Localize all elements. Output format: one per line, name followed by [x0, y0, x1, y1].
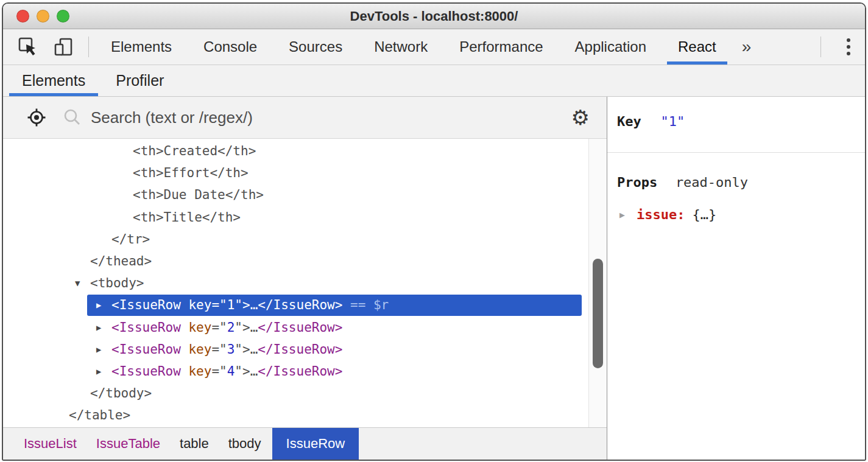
- props-section: Props read-only ▶ issue: {…}: [607, 153, 865, 222]
- row-issuerow-4[interactable]: ▶<IssueRow key="4">…</IssueRow>: [3, 360, 607, 382]
- component-tree-panel: ⚙ <th>Created</th><th>Effort</th><th>Due…: [3, 97, 607, 460]
- tab-sources[interactable]: Sources: [273, 29, 358, 65]
- row-th-created[interactable]: <th>Created</th>: [3, 140, 607, 162]
- scrollbar-thumb[interactable]: [593, 259, 603, 368]
- key-label: Key: [617, 114, 641, 129]
- prop-row-issue[interactable]: ▶ issue: {…}: [617, 207, 865, 222]
- tab-elements[interactable]: Elements: [95, 29, 188, 65]
- crumb-issuelist[interactable]: IssueList: [14, 428, 86, 460]
- expand-node-icon[interactable]: ▶: [96, 345, 111, 354]
- window-title: DevTools - localhost:8000/: [350, 9, 518, 24]
- inspect-element-icon[interactable]: [18, 37, 38, 57]
- tab-react[interactable]: React: [662, 29, 732, 65]
- select-element-icon[interactable]: [26, 107, 47, 128]
- tab-network[interactable]: Network: [358, 29, 443, 65]
- panel-tab-bar: ElementsConsoleSourcesNetworkPerformance…: [95, 29, 732, 65]
- row-issuerow-2[interactable]: ▶<IssueRow key="2">…</IssueRow>: [3, 317, 607, 338]
- traffic-lights: [16, 4, 69, 29]
- key-value: "1": [660, 114, 685, 129]
- row-tbody-open[interactable]: ▼<tbody>: [3, 272, 607, 294]
- toolbar-separator: [88, 37, 89, 57]
- expand-node-icon[interactable]: ▶: [96, 300, 111, 310]
- crumb-issuetable[interactable]: IssueTable: [86, 428, 170, 460]
- row-th-effort[interactable]: <th>Effort</th>: [3, 162, 607, 184]
- expand-node-icon[interactable]: ▶: [96, 323, 111, 332]
- search-input[interactable]: [91, 108, 571, 127]
- props-label: Props: [617, 175, 657, 190]
- zoom-window-button[interactable]: [57, 10, 69, 23]
- breadcrumb: IssueListIssueTabletabletbodyIssueRow: [3, 427, 607, 460]
- search-icon: [63, 108, 82, 127]
- devtools-menu-icon[interactable]: [833, 38, 865, 55]
- devtools-window: DevTools - localhost:8000/ ElementsConso…: [2, 2, 866, 461]
- tab-application[interactable]: Application: [559, 29, 662, 65]
- subtab-elements[interactable]: Elements: [7, 65, 101, 96]
- expand-node-icon[interactable]: ▶: [96, 366, 111, 376]
- row-table-close[interactable]: </table>: [3, 404, 607, 426]
- minimize-window-button[interactable]: [37, 10, 49, 23]
- close-window-button[interactable]: [16, 10, 29, 23]
- subtab-profiler[interactable]: Profiler: [101, 65, 179, 96]
- more-tabs-icon[interactable]: »: [732, 37, 761, 57]
- details-panel: Key "1" Props read-only ▶ issue: {…}: [607, 97, 865, 460]
- title-bar: DevTools - localhost:8000/: [3, 4, 865, 29]
- devtools-toolbar: ElementsConsoleSourcesNetworkPerformance…: [3, 29, 865, 65]
- react-subtab-bar: ElementsProfiler: [3, 65, 865, 97]
- tab-console[interactable]: Console: [188, 29, 273, 65]
- row-th-title[interactable]: <th>Title</th>: [3, 206, 607, 228]
- row-th-due-date[interactable]: <th>Due Date</th>: [3, 184, 607, 206]
- row-issuerow-3[interactable]: ▶<IssueRow key="3">…</IssueRow>: [3, 338, 607, 360]
- search-row: ⚙: [3, 97, 607, 139]
- toolbar-separator-right: [820, 37, 821, 57]
- key-section: Key "1": [607, 97, 865, 153]
- crumb-table[interactable]: table: [170, 428, 219, 460]
- tab-performance[interactable]: Performance: [443, 29, 559, 65]
- collapse-node-icon[interactable]: ▼: [75, 278, 90, 288]
- props-mode-badge: read-only: [676, 175, 748, 190]
- crumb-issuerow[interactable]: IssueRow: [272, 428, 359, 460]
- row-thead-close[interactable]: </thead>: [3, 250, 607, 272]
- row-tbody-close[interactable]: </tbody>: [3, 382, 607, 404]
- scrollbar-track[interactable]: [588, 139, 607, 427]
- crumb-tbody[interactable]: tbody: [219, 428, 271, 460]
- expand-prop-icon[interactable]: ▶: [617, 209, 637, 220]
- component-tree: <th>Created</th><th>Effort</th><th>Due D…: [3, 139, 607, 427]
- row-issuerow-1[interactable]: ▶<IssueRow key="1">…</IssueRow> == $r: [3, 294, 607, 316]
- prop-value: {…}: [692, 207, 716, 222]
- settings-gear-icon[interactable]: ⚙: [571, 107, 590, 128]
- prop-name: issue:: [637, 207, 685, 222]
- device-toolbar-icon[interactable]: [53, 37, 74, 57]
- row-tr-close[interactable]: </tr>: [3, 228, 607, 250]
